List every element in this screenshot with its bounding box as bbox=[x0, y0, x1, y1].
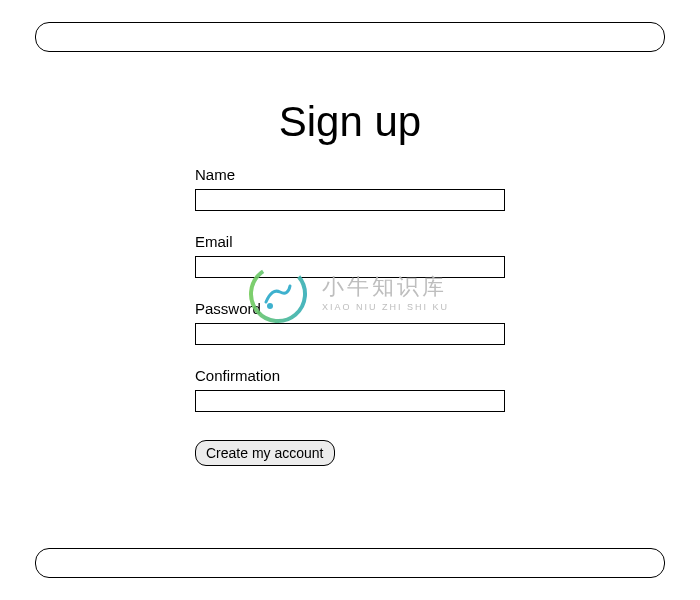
email-label: Email bbox=[195, 233, 505, 250]
confirmation-label: Confirmation bbox=[195, 367, 505, 384]
confirmation-field-group: Confirmation bbox=[195, 367, 505, 412]
header-bar bbox=[35, 22, 665, 52]
name-input[interactable] bbox=[195, 189, 505, 211]
name-field-group: Name bbox=[195, 166, 505, 211]
footer-bar bbox=[35, 548, 665, 578]
password-label: Password bbox=[195, 300, 505, 317]
create-account-button[interactable]: Create my account bbox=[195, 440, 335, 466]
email-input[interactable] bbox=[195, 256, 505, 278]
signup-form: Name Email Password Confirmation Create … bbox=[195, 166, 505, 466]
email-field-group: Email bbox=[195, 233, 505, 278]
main-content: Sign up Name Email Password Confirmation… bbox=[0, 90, 700, 466]
password-field-group: Password bbox=[195, 300, 505, 345]
password-input[interactable] bbox=[195, 323, 505, 345]
page-title: Sign up bbox=[0, 98, 700, 146]
name-label: Name bbox=[195, 166, 505, 183]
confirmation-input[interactable] bbox=[195, 390, 505, 412]
